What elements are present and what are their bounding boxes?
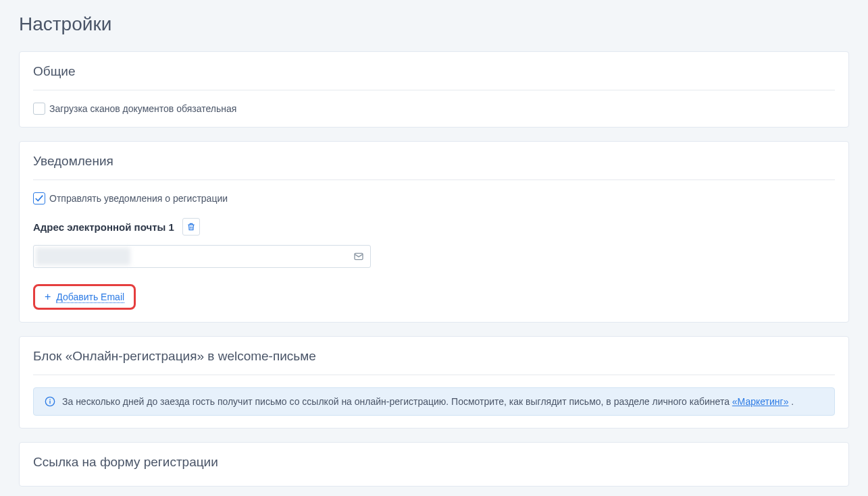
plus-icon: + [45,292,51,302]
email-input[interactable] [33,245,371,268]
info-text-wrapper: За несколько дней до заезда гость получи… [62,396,794,407]
page-title: Настройки [19,13,849,35]
svg-point-2 [49,399,51,400]
general-section-title: Общие [33,64,835,90]
upload-scans-label: Загрузка сканов документов обязательная [49,103,236,114]
registration-link-card: Ссылка на форму регистрации [19,442,849,487]
send-notifications-checkbox[interactable] [33,192,45,204]
notifications-section-title: Уведомления [33,154,835,180]
send-notifications-checkbox-row: Отправлять уведомления о регистрации [33,192,835,204]
mail-icon [353,251,364,262]
email-input-wrapper [33,245,371,268]
add-email-button[interactable]: + Добавить Email [33,284,136,310]
info-icon [45,396,55,407]
add-email-label: Добавить Email [56,292,124,302]
email-field-label: Адрес электронной почты 1 [33,221,174,233]
upload-scans-checkbox[interactable] [33,103,45,115]
delete-email-button[interactable] [182,218,200,236]
welcome-block-card: Блок «Онлайн-регистрация» в welcome-пись… [19,336,849,429]
check-icon [34,194,44,203]
info-banner: За несколько дней до заезда гость получи… [33,387,835,416]
email-field-label-row: Адрес электронной почты 1 [33,218,835,236]
registration-link-title: Ссылка на форму регистрации [33,455,835,474]
marketing-link[interactable]: «Маркетинг» [732,396,789,407]
svg-rect-3 [49,401,50,404]
general-card: Общие Загрузка сканов документов обязате… [19,51,849,128]
info-text: За несколько дней до заезда гость получи… [62,396,732,407]
info-suffix: . [788,396,794,407]
trash-icon [186,222,196,231]
send-notifications-label: Отправлять уведомления о регистрации [49,193,228,204]
welcome-block-title: Блок «Онлайн-регистрация» в welcome-пись… [33,349,835,375]
notifications-card: Уведомления Отправлять уведомления о рег… [19,141,849,323]
upload-scans-checkbox-row: Загрузка сканов документов обязательная [33,103,835,115]
